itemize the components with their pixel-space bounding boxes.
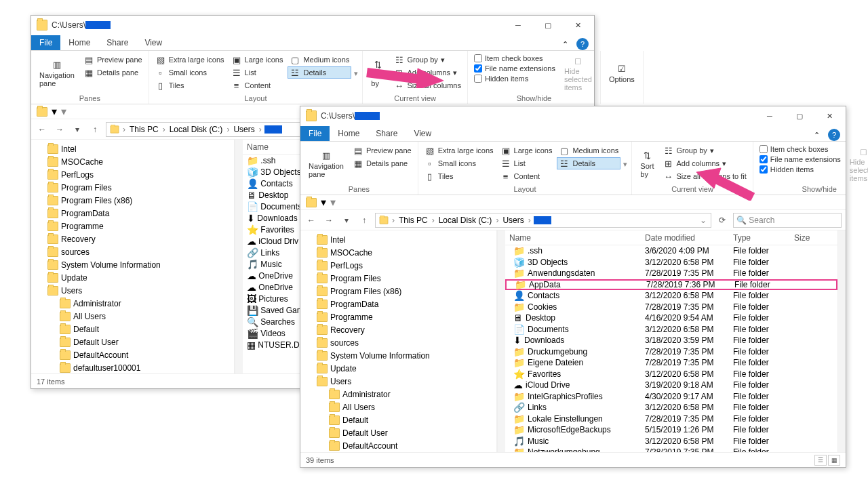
- add-columns-button[interactable]: ⊞Add columns ▾: [392, 66, 463, 79]
- sort-by-button[interactable]: ⇅Sort by: [367, 54, 389, 93]
- crumb-redacted[interactable]: XXX: [264, 125, 282, 134]
- crumb-drive[interactable]: Local Disk (C:): [168, 125, 224, 134]
- group-by-button[interactable]: ☷Group by ▾: [392, 54, 463, 66]
- recent-button[interactable]: ▾: [340, 216, 353, 225]
- qat-item[interactable]: ▾: [52, 105, 57, 118]
- titlebar[interactable]: C:\Users\X ─ ▢ ✕: [300, 106, 846, 125]
- tree-node[interactable]: PerfLogs: [31, 168, 234, 181]
- tree-node[interactable]: Update: [300, 362, 496, 375]
- layout-lg[interactable]: ▣Large icons: [498, 144, 555, 157]
- crumb-redacted[interactable]: XXX: [534, 216, 551, 224]
- help-icon[interactable]: ?: [576, 38, 589, 50]
- tree-node[interactable]: sources: [31, 245, 234, 258]
- tree-node[interactable]: Default User: [300, 426, 496, 439]
- layout-tiles[interactable]: ▯Tiles: [422, 170, 496, 182]
- close-button[interactable]: ✕: [814, 106, 844, 125]
- view-large-icon[interactable]: ▦: [828, 455, 840, 466]
- file-name-extensions[interactable]: File name extensions: [757, 155, 843, 164]
- tab-share[interactable]: Share: [98, 35, 136, 50]
- navigation-pane-button[interactable]: ▥Navigation pane: [304, 144, 348, 184]
- tree-node[interactable]: Programme: [300, 310, 496, 323]
- col-date[interactable]: Date modified: [641, 233, 729, 243]
- titlebar[interactable]: C:\Users\X ─ ▢ ✕: [31, 16, 594, 35]
- layout-more-icon[interactable]: ▾: [623, 160, 627, 169]
- table-row[interactable]: 📁Anwendungsdaten7/28/2019 7:35 PMFile fo…: [505, 268, 837, 279]
- tab-file[interactable]: File: [300, 126, 330, 141]
- tree-node[interactable]: System Volume Information: [31, 258, 234, 271]
- tree-node[interactable]: MSOCache: [31, 155, 234, 168]
- table-row[interactable]: 📁Lokale Einstellungen7/28/2019 7:35 PMFi…: [505, 413, 837, 425]
- table-row[interactable]: 📁MicrosoftEdgeBackups5/15/2019 1:26 PMFi…: [505, 424, 837, 436]
- table-row[interactable]: 📁Druckumgebung7/28/2019 7:35 PMFile fold…: [505, 346, 837, 358]
- sort-by-button[interactable]: ⇅Sort by: [636, 144, 658, 184]
- minimize-button[interactable]: ─: [503, 16, 533, 35]
- add-columns-button[interactable]: ⊞Add columns ▾: [661, 157, 749, 169]
- close-button[interactable]: ✕: [563, 16, 593, 35]
- tree-node[interactable]: Program Files: [300, 272, 496, 285]
- table-row[interactable]: 📁AppData7/28/2019 7:36 PMFile folder: [505, 279, 837, 291]
- tree-node[interactable]: Default: [300, 413, 496, 426]
- maximize-button[interactable]: ▢: [785, 106, 814, 125]
- tab-share[interactable]: Share: [368, 126, 406, 141]
- tree-node[interactable]: ProgramData: [300, 298, 496, 310]
- file-name-extensions[interactable]: File name extensions: [472, 64, 557, 73]
- layout-sm[interactable]: ▫Small icons: [153, 66, 226, 79]
- layout-list[interactable]: ☰List: [229, 66, 285, 79]
- table-row[interactable]: ⭐Favorites3/12/2020 6:58 PMFile folder: [505, 369, 837, 380]
- tree-node[interactable]: Program Files: [31, 181, 234, 194]
- tree-node[interactable]: All Users: [300, 401, 496, 413]
- tree-node[interactable]: MSOCache: [300, 246, 496, 259]
- layout-content[interactable]: ≡Content: [229, 79, 285, 92]
- qat-more[interactable]: ▾: [330, 196, 336, 209]
- table-row[interactable]: 🧊3D Objects3/12/2020 6:58 PMFile folder: [505, 257, 837, 268]
- tree-node[interactable]: PerfLogs: [300, 259, 496, 272]
- view-details-icon[interactable]: ☰: [814, 455, 827, 466]
- details-pane-button[interactable]: ▦Details pane: [81, 66, 144, 79]
- layout-xl[interactable]: ▧Extra large icons: [153, 54, 226, 66]
- layout-lg[interactable]: ▣Large icons: [229, 54, 285, 66]
- qat-item[interactable]: ▾: [321, 196, 326, 209]
- details-pane-button[interactable]: ▦Details pane: [351, 157, 414, 169]
- navigation-pane-button[interactable]: ▥Navigation pane: [35, 54, 79, 93]
- crumb-users[interactable]: Users: [501, 216, 525, 225]
- recent-button[interactable]: ▾: [71, 125, 84, 134]
- table-row[interactable]: 📁Cookies7/28/2019 7:35 PMFile folder: [505, 302, 837, 313]
- forward-button[interactable]: →: [322, 216, 336, 225]
- tree-node[interactable]: System Volume Information: [300, 349, 496, 362]
- size-columns-button[interactable]: ↔Size all columns: [392, 79, 463, 92]
- tree-node[interactable]: Default User: [31, 336, 234, 348]
- tab-view[interactable]: View: [406, 126, 439, 141]
- table-row[interactable]: 🖥Desktop4/16/2020 9:54 AMFile folder: [505, 312, 837, 324]
- item-check-boxes[interactable]: Item check boxes: [472, 54, 557, 63]
- tab-view[interactable]: View: [136, 35, 170, 50]
- layout-md[interactable]: ▢Medium icons: [557, 144, 620, 157]
- tree-node[interactable]: ProgramData: [31, 207, 234, 220]
- tree-node[interactable]: Update: [31, 271, 234, 284]
- layout-list[interactable]: ☰List: [498, 157, 555, 169]
- crumb-users[interactable]: Users: [232, 125, 256, 134]
- hide-selected-button[interactable]: ◻Hide selected items: [846, 144, 868, 184]
- back-button[interactable]: ←: [35, 125, 49, 134]
- maximize-button[interactable]: ▢: [533, 16, 563, 35]
- layout-md[interactable]: ▢Medium icons: [288, 54, 351, 66]
- hide-selected-button[interactable]: ◻Hide selected items: [560, 54, 596, 93]
- table-row[interactable]: 🔗Links3/12/2020 6:58 PMFile folder: [505, 402, 837, 413]
- layout-details[interactable]: ☳Details: [557, 157, 620, 169]
- col-type[interactable]: Type: [729, 233, 790, 243]
- scrollbar[interactable]: [497, 230, 505, 452]
- scrollbar[interactable]: [235, 140, 243, 373]
- col-size[interactable]: Size: [790, 233, 831, 243]
- hidden-items[interactable]: Hidden items: [472, 74, 557, 83]
- ribbon-collapse-icon[interactable]: ⌃: [559, 38, 571, 50]
- table-row[interactable]: 📁.ssh3/6/2020 4:09 PMFile folder: [505, 245, 837, 257]
- crumb-dropdown-icon[interactable]: ⌄: [698, 216, 708, 225]
- tab-home[interactable]: Home: [330, 126, 368, 141]
- tree-node[interactable]: All Users: [31, 310, 234, 323]
- up-button[interactable]: ↑: [357, 216, 371, 225]
- minimize-button[interactable]: ─: [755, 106, 785, 125]
- tree-node[interactable]: Intel: [300, 233, 496, 246]
- layout-details[interactable]: ☳Details: [288, 66, 351, 79]
- layout-xl[interactable]: ▧Extra large icons: [422, 144, 496, 157]
- tree-node[interactable]: defaultuser100001: [31, 361, 234, 373]
- tree-node[interactable]: Default: [31, 323, 234, 336]
